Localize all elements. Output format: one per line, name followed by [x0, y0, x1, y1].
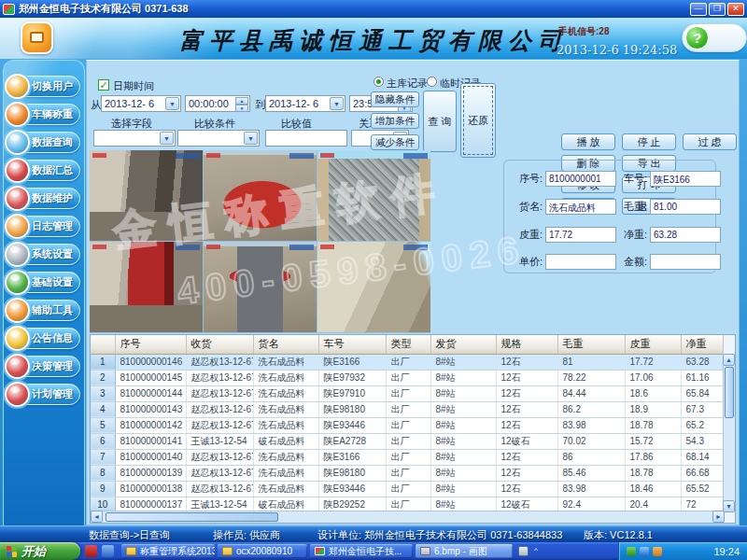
table-row[interactable]: 8810000000139赵忍权13-12-67洗石成品料陕E98180出厂8#… — [91, 465, 723, 481]
tare-field[interactable]: 17.72 — [545, 227, 616, 243]
amount-field[interactable] — [650, 254, 721, 270]
sidebar-item-announcement-info[interactable]: 公告信息 — [7, 328, 80, 349]
column-header[interactable]: 规格 — [496, 335, 557, 354]
horizontal-scrollbar[interactable]: ◄ ► — [91, 511, 725, 523]
column-header[interactable]: 货名 — [253, 335, 318, 354]
spinner-arrows-icon[interactable]: ▲▼ — [235, 97, 248, 110]
datetime-checkbox[interactable]: ✓ — [98, 79, 109, 91]
table-row[interactable]: 4810000000143赵忍权13-12-67洗石成品料陕E98180出厂8#… — [91, 401, 723, 417]
task-weighing-system[interactable]: 称重管理系统2013... — [121, 544, 215, 558]
column-header[interactable]: 序号 — [115, 335, 186, 354]
sidebar-item-basic-settings[interactable]: 基础设置 — [7, 272, 80, 293]
table-row[interactable]: 1810000000146赵忍权13-12-67洗石成品料陕E3166出厂8#站… — [91, 354, 723, 370]
column-header[interactable]: 收货 — [186, 335, 253, 354]
query-button[interactable]: 查 询 — [423, 91, 457, 152]
add-condition-button[interactable]: 增加条件 — [371, 113, 419, 129]
sidebar-item-vehicle-weighing[interactable]: 车辆称重 — [7, 104, 80, 125]
unit-price-field[interactable] — [545, 254, 616, 270]
minimize-button[interactable]: — — [690, 3, 707, 16]
chevron-down-icon[interactable]: ▼ — [165, 97, 179, 110]
gross-field[interactable]: 81.00 — [650, 199, 721, 215]
date-from-picker[interactable]: 2013-12- 6▼ — [101, 95, 181, 112]
vertical-scrollbar[interactable]: ▲ ▼ — [723, 354, 735, 512]
restore-button[interactable]: ❐ — [709, 3, 726, 16]
main-records-radio[interactable] — [374, 77, 384, 87]
sidebar-item-switch-user[interactable]: 切换用户 — [7, 76, 80, 97]
table-row[interactable]: 6810000000141王诚13-12-54破石成品料陕EA2728出厂8#站… — [91, 433, 723, 449]
table-cell: 出厂 — [386, 481, 430, 497]
row-number-cell: 1 — [91, 354, 115, 370]
restore-button[interactable]: 还原 — [460, 83, 496, 158]
cond-select[interactable]: ▼ — [177, 130, 260, 147]
quicklaunch-icon-2[interactable] — [102, 545, 114, 557]
table-row[interactable]: 2810000000145赵忍权13-12-67洗石成品料陕E97932出厂8#… — [91, 370, 723, 385]
sidebar-item-plan-management[interactable]: 计划管理 — [7, 384, 80, 405]
start-label: 开始 — [21, 543, 46, 560]
table-row[interactable]: 7810000000140赵忍权13-12-67洗石成品料陕E3166出厂8#站… — [91, 449, 723, 465]
table-cell: 12石 — [496, 449, 557, 465]
hscroll-thumb[interactable] — [106, 512, 278, 522]
chevron-down-icon[interactable]: ▼ — [244, 132, 258, 145]
help-button[interactable]: ? — [682, 23, 747, 52]
scroll-right-icon[interactable]: ► — [712, 511, 725, 523]
table-row[interactable]: 3810000000144赵忍权13-12-67洗石成品料陕E97910出厂8#… — [91, 385, 723, 401]
table-cell: 18.46 — [625, 481, 681, 497]
column-header[interactable]: 净重 — [681, 335, 723, 354]
close-button[interactable]: ✕ — [727, 3, 744, 16]
task-ocx-folder[interactable]: ocx20080910 — [218, 544, 307, 558]
table-cell: 洗石成品料 — [253, 449, 318, 465]
column-header[interactable]: 发货 — [430, 335, 496, 354]
app-icon — [315, 547, 325, 555]
plate-field[interactable]: 陕E3166 — [650, 171, 721, 187]
sidebar-item-data-query[interactable]: 数据查询 — [7, 132, 80, 153]
table-cell: 8#站 — [430, 401, 496, 417]
goods-field[interactable]: 洗石成品料 — [545, 199, 616, 215]
start-button[interactable]: 开始 — [0, 542, 80, 560]
status-bar: 数据查询->日查询 操作员: 供应商 设计单位: 郑州金恒电子技术有限公司 03… — [0, 525, 747, 542]
sidebar-item-data-maintenance[interactable]: 数据维护 — [7, 188, 80, 209]
column-header[interactable]: 类型 — [386, 335, 430, 354]
column-header[interactable]: 车号 — [318, 335, 386, 354]
table-cell: 8#站 — [430, 481, 496, 497]
column-header[interactable]: 皮重 — [625, 335, 681, 354]
quicklaunch-icon-1[interactable] — [85, 545, 97, 557]
tray-icon-green[interactable] — [627, 547, 636, 556]
tray-icon-orange[interactable] — [653, 547, 662, 556]
chevron-down-icon[interactable]: ▼ — [160, 132, 174, 145]
tray-icon-blue[interactable] — [640, 547, 649, 556]
sidebar-item-auxiliary-tools[interactable]: 辅助工具 — [7, 300, 80, 321]
value-input[interactable] — [265, 130, 347, 147]
chevron-down-icon[interactable]: ▼ — [330, 97, 344, 110]
printer-tray-icon[interactable] — [518, 546, 529, 556]
table-cell: 陕E93446 — [318, 481, 386, 497]
chevron-up-icon[interactable]: ^ — [534, 546, 542, 556]
sidebar-item-data-summary[interactable]: 数据汇总 — [7, 160, 80, 181]
remove-condition-button[interactable]: 减少条件 — [371, 134, 419, 150]
stop-button[interactable]: 停 止 — [622, 133, 676, 150]
sidebar-item-decision-management[interactable]: 决策管理 — [7, 356, 80, 377]
vscroll-thumb[interactable] — [725, 367, 734, 418]
field-select[interactable]: ▼ — [93, 130, 176, 147]
hide-condition-button[interactable]: 隐藏条件 — [371, 91, 419, 107]
scroll-up-icon[interactable]: ▲ — [723, 354, 735, 366]
column-header[interactable] — [91, 335, 115, 354]
play-button[interactable]: 播 放 — [561, 133, 615, 150]
data-maintenance-icon — [5, 186, 30, 211]
task-jinheng-app[interactable]: 郑州金恒电子技... — [310, 544, 413, 558]
sidebar-item-log-management[interactable]: 日志管理 — [7, 216, 80, 237]
table-cell: 洗石成品料 — [253, 401, 318, 417]
sidebar-item-system-settings[interactable]: 系统设置 — [7, 244, 80, 265]
temp-records-radio[interactable] — [427, 77, 437, 87]
task-paint[interactable]: 6.bmp - 画图 — [416, 544, 513, 558]
table-row[interactable]: 5810000000142赵忍权13-12-67洗石成品料陕E93446出厂8#… — [91, 417, 723, 433]
date-to-picker[interactable]: 2013-12- 6▼ — [265, 95, 345, 112]
data-query-icon — [5, 130, 30, 155]
filter-button[interactable]: 过 虑 — [683, 133, 737, 150]
row-number-cell: 9 — [91, 481, 115, 497]
time-from-spinner[interactable]: 00:00:00 ▲▼ — [185, 95, 250, 112]
serial-field[interactable]: 8100000001 — [545, 171, 616, 187]
table-row[interactable]: 9810000000138赵忍权13-12-67洗石成品料陕E93446出厂8#… — [91, 481, 723, 497]
net-field[interactable]: 63.28 — [650, 227, 721, 243]
scroll-left-icon[interactable]: ◄ — [91, 511, 103, 523]
column-header[interactable]: 毛重 — [557, 335, 625, 354]
